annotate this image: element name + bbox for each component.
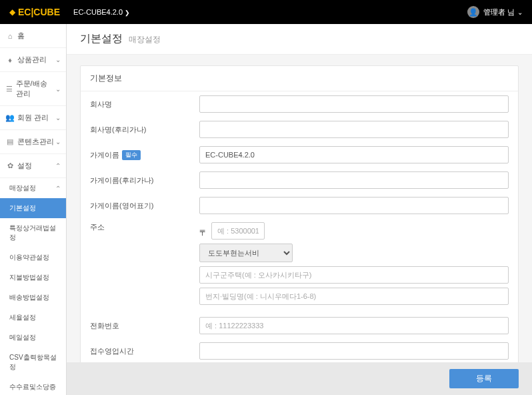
nav-orders[interactable]: ☰주문/배송 관리 ⌄: [0, 72, 66, 106]
subnav-terms[interactable]: 이용약관설정: [0, 248, 66, 268]
input-postal[interactable]: [211, 222, 265, 240]
user-menu[interactable]: 👤 管理者 님 ⌄: [467, 6, 523, 18]
chevron-down-icon: ⌄: [55, 85, 61, 93]
label-company-kana: 회사명(후리가나): [90, 125, 199, 135]
input-company-name[interactable]: [199, 95, 509, 113]
gear-icon: ✿: [5, 161, 15, 170]
home-icon: ⌂: [5, 32, 15, 40]
app-header: ◆ EC|CUBE EC-CUBE4.2.0 ❯ 👤 管理者 님 ⌄: [0, 0, 532, 24]
doc-icon: ▤: [5, 137, 15, 146]
users-icon: 👥: [5, 113, 15, 122]
card-header: 기본정보: [81, 66, 518, 91]
postal-prefix: 〒: [199, 228, 207, 239]
required-badge: 필수: [122, 150, 141, 160]
input-phone[interactable]: [199, 317, 509, 334]
user-icon: 👤: [467, 6, 479, 18]
subnav-basic[interactable]: 기본설정: [0, 198, 66, 218]
input-shop-name[interactable]: [199, 146, 509, 163]
subnav-fee[interactable]: 수수료및소당증: [0, 377, 66, 395]
logo-icon: ◆: [9, 7, 15, 17]
chevron-down-icon: ⌄: [55, 56, 61, 63]
logo-text: EC|CUBE: [18, 7, 60, 17]
subnav-law[interactable]: 특정상거래법설정: [0, 218, 66, 248]
username: 管理者 님: [483, 7, 515, 17]
nav-settings[interactable]: ✿설정 ⌃: [0, 154, 66, 178]
page-header: 기본설정 매장설정: [67, 24, 532, 55]
input-company-kana[interactable]: [199, 121, 509, 138]
label-hours: 접수영업시간: [90, 346, 199, 356]
label-shop-kana: 가게이름(후리가나): [90, 175, 199, 185]
input-shop-kana[interactable]: [199, 171, 509, 189]
label-shop-en: 가게이름(영어표기): [90, 201, 199, 211]
nav-home[interactable]: ⌂홈: [0, 24, 66, 48]
subnav-tax[interactable]: 세율설정: [0, 308, 66, 328]
nav-products[interactable]: ♦상품관리 ⌄: [0, 48, 66, 72]
main-content: 기본설정 매장설정 기본정보 회사명 회사명(후리가나) 가게이름 필수: [67, 24, 532, 395]
input-addr2[interactable]: [199, 288, 509, 305]
subnav-delivery[interactable]: 배송방법설정: [0, 288, 66, 308]
list-icon: ☰: [5, 85, 13, 93]
basic-info-card: 기본정보 회사명 회사명(후리가나) 가게이름 필수: [80, 65, 519, 395]
input-shop-en[interactable]: [199, 197, 509, 214]
subnav-csv[interactable]: CSV출력항목설정: [0, 348, 66, 377]
label-shop-name: 가게이름 필수: [90, 150, 199, 160]
page-subtitle: 매장설정: [129, 35, 161, 44]
label-phone: 전화번호: [90, 321, 199, 331]
select-prefecture[interactable]: 도도부현는서비: [199, 244, 293, 262]
nav-members[interactable]: 👥회원 관리 ⌄: [0, 106, 66, 130]
input-hours[interactable]: [199, 342, 509, 360]
subnav-store-setting[interactable]: 매장설정 ⌃: [0, 178, 66, 198]
version-link[interactable]: EC-CUBE4.2.0 ❯: [73, 8, 130, 16]
chevron-down-icon: ⌄: [55, 114, 61, 121]
chevron-down-icon: ⌄: [55, 138, 61, 145]
footer-bar: 등록: [67, 362, 532, 395]
label-address: 주소: [90, 222, 199, 232]
input-addr1[interactable]: [199, 266, 509, 284]
label-company-name: 회사명: [90, 99, 199, 109]
chevron-up-icon: ⌃: [55, 185, 61, 192]
chevron-down-icon: ⌄: [517, 9, 523, 16]
subnav-mail[interactable]: 메일설정: [0, 328, 66, 348]
page-title: 기본설정: [80, 33, 123, 44]
subnav-payment[interactable]: 지불방법설정: [0, 268, 66, 288]
register-button[interactable]: 등록: [449, 369, 519, 388]
nav-content[interactable]: ▤콘텐츠관리 ⌄: [0, 130, 66, 154]
chevron-up-icon: ⌃: [55, 162, 61, 169]
sidebar: ⌂홈 ♦상품관리 ⌄ ☰주문/배송 관리 ⌄ 👥회원 관리 ⌄ ▤콘텐츠관리 ⌄…: [0, 24, 67, 395]
cart-icon: ♦: [5, 56, 15, 64]
